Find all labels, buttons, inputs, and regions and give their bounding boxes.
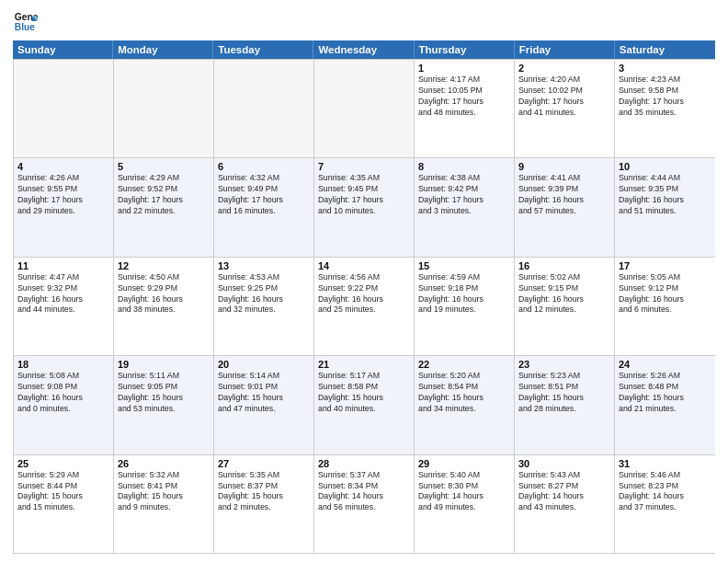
cal-cell: 27Sunrise: 5:35 AM Sunset: 8:37 PM Dayli… [214, 455, 314, 553]
cal-cell: 4Sunrise: 4:26 AM Sunset: 9:55 PM Daylig… [14, 158, 114, 256]
cal-row-4: 25Sunrise: 5:29 AM Sunset: 8:44 PM Dayli… [14, 454, 715, 553]
cell-daylight-text: Sunrise: 4:17 AM Sunset: 10:05 PM Daylig… [418, 75, 510, 119]
day-number: 20 [218, 359, 310, 370]
cal-cell: 26Sunrise: 5:32 AM Sunset: 8:41 PM Dayli… [114, 455, 214, 553]
cal-header-cell-saturday: Saturday [615, 40, 715, 59]
cell-daylight-text: Sunrise: 5:46 AM Sunset: 8:23 PM Dayligh… [619, 470, 711, 514]
cell-daylight-text: Sunrise: 4:20 AM Sunset: 10:02 PM Daylig… [518, 75, 610, 119]
cal-cell: 29Sunrise: 5:40 AM Sunset: 8:30 PM Dayli… [415, 455, 515, 553]
cal-header-cell-monday: Monday [113, 40, 213, 59]
cell-daylight-text: Sunrise: 4:23 AM Sunset: 9:58 PM Dayligh… [619, 75, 711, 119]
day-number: 1 [418, 63, 510, 74]
cal-cell: 12Sunrise: 4:50 AM Sunset: 9:29 PM Dayli… [114, 258, 214, 355]
day-number: 8 [418, 161, 510, 172]
cal-cell: 8Sunrise: 4:38 AM Sunset: 9:42 PM Daylig… [415, 158, 515, 256]
cell-daylight-text: Sunrise: 4:47 AM Sunset: 9:32 PM Dayligh… [17, 272, 109, 316]
cell-daylight-text: Sunrise: 5:08 AM Sunset: 9:08 PM Dayligh… [17, 371, 109, 415]
day-number: 26 [118, 458, 210, 469]
cal-cell: 19Sunrise: 5:11 AM Sunset: 9:05 PM Dayli… [114, 356, 214, 454]
day-number: 24 [619, 359, 711, 370]
day-number: 17 [619, 260, 711, 271]
cal-row-0: 1Sunrise: 4:17 AM Sunset: 10:05 PM Dayli… [14, 59, 715, 157]
day-number: 27 [218, 458, 310, 469]
cal-cell: 31Sunrise: 5:46 AM Sunset: 8:23 PM Dayli… [615, 455, 715, 553]
cal-cell: 16Sunrise: 5:02 AM Sunset: 9:15 PM Dayli… [515, 258, 615, 355]
day-number: 7 [318, 161, 410, 172]
day-number: 6 [218, 161, 310, 172]
cal-header-cell-thursday: Thursday [415, 40, 515, 59]
cell-daylight-text: Sunrise: 4:44 AM Sunset: 9:35 PM Dayligh… [619, 173, 711, 217]
day-number: 25 [17, 458, 109, 469]
logo-icon: General Blue [13, 9, 39, 35]
cal-cell: 24Sunrise: 5:26 AM Sunset: 8:48 PM Dayli… [615, 356, 715, 454]
cal-cell: 1Sunrise: 4:17 AM Sunset: 10:05 PM Dayli… [415, 60, 515, 157]
header: General Blue [13, 9, 715, 35]
cell-daylight-text: Sunrise: 5:23 AM Sunset: 8:51 PM Dayligh… [518, 371, 610, 415]
cal-cell: 21Sunrise: 5:17 AM Sunset: 8:58 PM Dayli… [314, 356, 415, 454]
day-number: 31 [619, 458, 711, 469]
cal-cell: 22Sunrise: 5:20 AM Sunset: 8:54 PM Dayli… [415, 356, 515, 454]
cal-header-cell-sunday: Sunday [13, 40, 113, 59]
cal-row-3: 18Sunrise: 5:08 AM Sunset: 9:08 PM Dayli… [14, 355, 715, 454]
cal-cell: 2Sunrise: 4:20 AM Sunset: 10:02 PM Dayli… [515, 60, 615, 157]
cal-cell: 25Sunrise: 5:29 AM Sunset: 8:44 PM Dayli… [14, 455, 114, 553]
logo: General Blue [13, 9, 42, 35]
cal-cell: 13Sunrise: 4:53 AM Sunset: 9:25 PM Dayli… [214, 258, 314, 355]
cell-daylight-text: Sunrise: 5:40 AM Sunset: 8:30 PM Dayligh… [418, 470, 510, 514]
cal-header-cell-friday: Friday [515, 40, 615, 59]
day-number: 3 [619, 63, 711, 74]
cal-cell [314, 60, 415, 157]
cal-cell: 15Sunrise: 4:59 AM Sunset: 9:18 PM Dayli… [415, 258, 515, 355]
day-number: 4 [17, 161, 109, 172]
cell-daylight-text: Sunrise: 4:35 AM Sunset: 9:45 PM Dayligh… [318, 173, 410, 217]
day-number: 15 [418, 260, 510, 271]
cell-daylight-text: Sunrise: 5:11 AM Sunset: 9:05 PM Dayligh… [118, 371, 210, 415]
cell-daylight-text: Sunrise: 4:41 AM Sunset: 9:39 PM Dayligh… [518, 173, 610, 217]
cal-cell [214, 60, 314, 157]
day-number: 23 [518, 359, 610, 370]
cell-daylight-text: Sunrise: 5:29 AM Sunset: 8:44 PM Dayligh… [17, 470, 109, 514]
day-number: 19 [118, 359, 210, 370]
cell-daylight-text: Sunrise: 5:05 AM Sunset: 9:12 PM Dayligh… [619, 272, 711, 316]
cal-cell: 14Sunrise: 4:56 AM Sunset: 9:22 PM Dayli… [314, 258, 415, 355]
cell-daylight-text: Sunrise: 5:17 AM Sunset: 8:58 PM Dayligh… [318, 371, 410, 415]
day-number: 11 [17, 260, 109, 271]
cal-cell [14, 60, 114, 157]
cell-daylight-text: Sunrise: 5:14 AM Sunset: 9:01 PM Dayligh… [218, 371, 310, 415]
cal-row-2: 11Sunrise: 4:47 AM Sunset: 9:32 PM Dayli… [14, 257, 715, 355]
cal-cell: 30Sunrise: 5:43 AM Sunset: 8:27 PM Dayli… [515, 455, 615, 553]
cal-cell: 11Sunrise: 4:47 AM Sunset: 9:32 PM Dayli… [14, 258, 114, 355]
cal-cell: 7Sunrise: 4:35 AM Sunset: 9:45 PM Daylig… [314, 158, 415, 256]
cal-cell: 5Sunrise: 4:29 AM Sunset: 9:52 PM Daylig… [114, 158, 214, 256]
cell-daylight-text: Sunrise: 4:38 AM Sunset: 9:42 PM Dayligh… [418, 173, 510, 217]
cal-cell: 18Sunrise: 5:08 AM Sunset: 9:08 PM Dayli… [14, 356, 114, 454]
cell-daylight-text: Sunrise: 5:26 AM Sunset: 8:48 PM Dayligh… [619, 371, 711, 415]
day-number: 18 [17, 359, 109, 370]
cal-cell: 10Sunrise: 4:44 AM Sunset: 9:35 PM Dayli… [615, 158, 715, 256]
cal-cell: 6Sunrise: 4:32 AM Sunset: 9:49 PM Daylig… [214, 158, 314, 256]
day-number: 28 [318, 458, 410, 469]
cell-daylight-text: Sunrise: 5:20 AM Sunset: 8:54 PM Dayligh… [418, 371, 510, 415]
cal-cell: 17Sunrise: 5:05 AM Sunset: 9:12 PM Dayli… [615, 258, 715, 355]
cell-daylight-text: Sunrise: 4:26 AM Sunset: 9:55 PM Dayligh… [17, 173, 109, 217]
cell-daylight-text: Sunrise: 4:32 AM Sunset: 9:49 PM Dayligh… [218, 173, 310, 217]
cell-daylight-text: Sunrise: 5:37 AM Sunset: 8:34 PM Dayligh… [318, 470, 410, 514]
cell-daylight-text: Sunrise: 4:29 AM Sunset: 9:52 PM Dayligh… [118, 173, 210, 217]
cal-row-1: 4Sunrise: 4:26 AM Sunset: 9:55 PM Daylig… [14, 157, 715, 256]
cal-header-cell-tuesday: Tuesday [213, 40, 313, 59]
cal-cell [114, 60, 214, 157]
cell-daylight-text: Sunrise: 4:53 AM Sunset: 9:25 PM Dayligh… [218, 272, 310, 316]
cell-daylight-text: Sunrise: 4:56 AM Sunset: 9:22 PM Dayligh… [318, 272, 410, 316]
day-number: 16 [518, 260, 610, 271]
svg-text:Blue: Blue [15, 22, 36, 32]
day-number: 5 [118, 161, 210, 172]
cell-daylight-text: Sunrise: 4:59 AM Sunset: 9:18 PM Dayligh… [418, 272, 510, 316]
cal-cell: 3Sunrise: 4:23 AM Sunset: 9:58 PM Daylig… [615, 60, 715, 157]
day-number: 12 [118, 260, 210, 271]
cell-daylight-text: Sunrise: 5:35 AM Sunset: 8:37 PM Dayligh… [218, 470, 310, 514]
cell-daylight-text: Sunrise: 5:43 AM Sunset: 8:27 PM Dayligh… [518, 470, 610, 514]
day-number: 30 [518, 458, 610, 469]
cal-cell: 9Sunrise: 4:41 AM Sunset: 9:39 PM Daylig… [515, 158, 615, 256]
cal-header-cell-wednesday: Wednesday [313, 40, 414, 59]
cell-daylight-text: Sunrise: 4:50 AM Sunset: 9:29 PM Dayligh… [118, 272, 210, 316]
